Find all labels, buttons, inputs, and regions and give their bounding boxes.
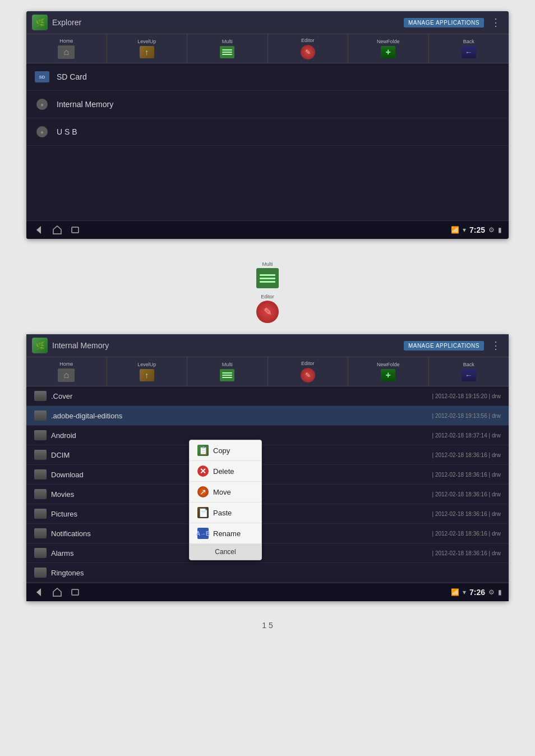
list-item[interactable]: Download | 2012-02-18 18:36:16 | drw [26, 465, 509, 485]
list-item[interactable]: Internal Memory [26, 91, 509, 118]
toolbar-newfolder-label: NewFolde [377, 39, 400, 44]
screen1-statusbar: 📶 ▾ 7:25 ⚙ ▮ [26, 220, 509, 239]
floating-editor-icon[interactable]: Editor ✎ [256, 294, 279, 323]
folder-icon [34, 391, 47, 401]
toolbar2-editor[interactable]: Editor ✎ [268, 357, 349, 386]
file-item-left: Pictures [34, 509, 77, 519]
memory-icon [34, 96, 50, 112]
svg-rect-1 [72, 227, 79, 233]
copy-icon: 📋 [197, 445, 209, 456]
floating-multi-icon[interactable]: Multi [256, 261, 279, 288]
home-icon2 [58, 368, 75, 382]
back-icon2 [462, 369, 476, 381]
folder-icon [34, 411, 47, 421]
manage-apps-button2[interactable]: MANAGE APPLICATIONS [404, 341, 484, 351]
toolbar-editor[interactable]: Editor ✎ [268, 34, 349, 63]
signal-icon: 📶 [451, 226, 459, 234]
list-item[interactable]: Notifications | 2012-02-18 18:36:16 | dr… [26, 524, 509, 543]
home-nav-button[interactable] [51, 224, 63, 236]
folder-icon [34, 528, 47, 538]
file-name: U S B [57, 127, 77, 136]
file-meta: | 2012-02-18 18:36:16 | drw [432, 531, 501, 537]
list-item[interactable]: Alarms | 2012-02-18 18:36:16 | drw [26, 543, 509, 563]
editor-icon: ✎ [301, 45, 315, 59]
context-menu-rename[interactable]: A→B Rename [190, 523, 261, 544]
paste-label: Paste [213, 509, 232, 517]
wifi-icon2: ▾ [463, 588, 466, 596]
file-meta: | 2012-02-18 18:36:16 | drw [432, 491, 501, 497]
list-item[interactable]: Android | 2012-02-18 18:37:14 | drw [26, 426, 509, 445]
newfolder-icon [381, 46, 395, 58]
screen2-content: .Cover | 2012-02-18 19:15:20 | drw .adob… [26, 386, 509, 583]
file-name: SD Card [57, 72, 87, 81]
floating-multi-label: Multi [262, 261, 273, 267]
toolbar-home-label: Home [59, 38, 73, 44]
file-meta: | 2012-02-18 19:13:56 | drw [432, 413, 501, 419]
file-item-left: Download [34, 469, 84, 480]
toolbar-home[interactable]: Home [26, 34, 107, 63]
file-meta: | 2012-02-18 18:36:16 | drw [432, 472, 501, 478]
list-item[interactable]: .Cover | 2012-02-18 19:15:20 | drw [26, 386, 509, 406]
manage-apps-button[interactable]: MANAGE APPLICATIONS [404, 18, 484, 27]
file-item-left: DCIM [34, 450, 70, 460]
file-name: DCIM [51, 451, 70, 459]
toolbar2-multi[interactable]: Multi [187, 357, 268, 386]
list-item[interactable]: Pictures | 2012-02-18 18:36:16 | drw [26, 504, 509, 524]
time-display2: 7:26 [469, 588, 485, 597]
floating-editor-label: Editor [261, 294, 274, 299]
toolbar2-back-label: Back [463, 362, 474, 367]
recents-nav-button2[interactable] [69, 586, 81, 598]
back-icon [462, 46, 476, 58]
screen1-file-list: SD SD Card Internal Memory U S B [26, 63, 509, 220]
toolbar-levelup[interactable]: LevelUp [107, 34, 188, 63]
toolbar2-home[interactable]: Home [26, 357, 107, 386]
toolbar-newfolder[interactable]: NewFolde [348, 34, 429, 63]
toolbar2-back[interactable]: Back [429, 357, 509, 386]
list-item[interactable]: .adobe-digital-editions | 2012-02-18 19:… [26, 406, 509, 426]
list-item[interactable]: Ringtones [26, 563, 509, 583]
list-item[interactable]: DCIM | 2012-02-18 18:36:16 | drw [26, 445, 509, 465]
screen2-title: Internal Memory [52, 341, 109, 350]
status-indicators2: 📶 ▾ 7:26 ⚙ ▮ [451, 588, 502, 597]
file-name: .adobe-digital-editions [51, 412, 122, 420]
nav-buttons2 [33, 586, 81, 598]
file-name: Movies [51, 490, 74, 499]
screen2-topbar-left: 🌿 Internal Memory [32, 338, 109, 353]
overflow-menu-icon2[interactable]: ⋮ [488, 339, 503, 352]
list-item[interactable]: U S B [26, 118, 509, 146]
delete-label: Delete [213, 467, 234, 476]
settings-icon: ⚙ [488, 226, 495, 234]
context-menu-delete[interactable]: ✕ Delete [190, 461, 261, 482]
toolbar-multi[interactable]: Multi [187, 34, 268, 63]
page-number: 1 5 [262, 621, 273, 630]
screen2: 🌿 Internal Memory MANAGE APPLICATIONS ⋮ … [26, 334, 509, 601]
move-label: Move [213, 488, 231, 496]
back-nav-button[interactable] [33, 224, 45, 236]
home-nav-button2[interactable] [51, 586, 63, 598]
context-menu-move[interactable]: ↗ Move [190, 482, 261, 503]
file-item-left: Ringtones [34, 568, 84, 578]
battery-icon2: ▮ [498, 588, 502, 596]
context-menu-copy[interactable]: 📋 Copy [190, 440, 261, 461]
toolbar2-levelup[interactable]: LevelUp [107, 357, 188, 386]
file-item-left: Alarms [34, 548, 73, 558]
screen2-topbar: 🌿 Internal Memory MANAGE APPLICATIONS ⋮ [26, 334, 509, 357]
context-menu-cancel[interactable]: Cancel [190, 544, 261, 560]
file-name: Ringtones [51, 569, 84, 577]
overflow-menu-icon[interactable]: ⋮ [488, 16, 503, 29]
list-item[interactable]: Movies | 2012-02-18 18:36:16 | drw [26, 485, 509, 504]
svg-rect-3 [72, 589, 79, 595]
list-item[interactable]: SD SD Card [26, 63, 509, 91]
status-indicators: 📶 ▾ 7:25 ⚙ ▮ [451, 225, 502, 234]
recents-nav-button[interactable] [69, 224, 81, 236]
back-nav-button2[interactable] [33, 586, 45, 598]
sdcard-icon: SD [34, 69, 50, 85]
toolbar-back[interactable]: Back [429, 34, 509, 63]
toolbar2-newfolder[interactable]: NewFolde [348, 357, 429, 386]
app-icon: 🌿 [32, 15, 48, 30]
multi-icon2 [220, 369, 234, 381]
context-menu-paste[interactable]: 📄 Paste [190, 503, 261, 523]
file-item-left: Movies [34, 489, 74, 499]
time-display: 7:25 [469, 225, 485, 234]
folder-icon [34, 509, 47, 519]
